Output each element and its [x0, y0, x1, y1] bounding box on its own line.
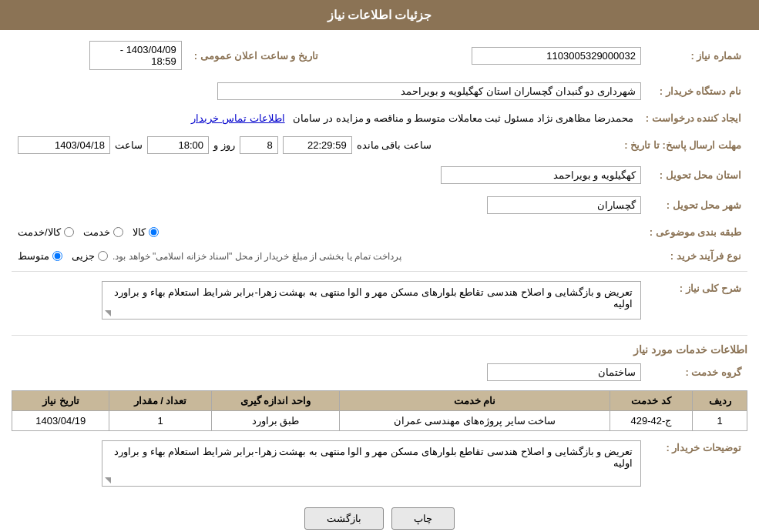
- khadamat-section-title: اطلاعات خدمات مورد نیاز: [12, 343, 747, 356]
- info-table-7: طبقه بندی موضوعی : کالا/خدمت خدمت کالا: [12, 223, 747, 241]
- cell-tedad: 1: [109, 411, 211, 431]
- noeFaraind-label: نوع فرآیند خرید :: [647, 247, 747, 265]
- mohlatErsalRow: 1403/04/18 ساعت 18:00 روز و 8 22:29:59 س…: [12, 133, 618, 157]
- tabaqe-khedmat-radio[interactable]: [113, 227, 123, 237]
- chap-button[interactable]: چاپ: [391, 507, 455, 530]
- noeFaraind-motavasset-radio[interactable]: [52, 251, 62, 261]
- info-table-goroh: گروه خدمت : ساختمان: [12, 360, 747, 384]
- taarikhoSaat-value: 1403/04/09 - 18:59: [12, 38, 188, 73]
- goroheKhedmat-label: گروه خدمت :: [647, 360, 747, 384]
- mohlat-baqi-box: 22:29:59: [283, 136, 352, 154]
- mohlatRozLabel: روز و: [213, 139, 235, 151]
- info-table-6: شهر محل تحویل : گچساران: [12, 193, 747, 217]
- page-title: جزئیات اطلاعات نیاز: [327, 8, 432, 22]
- mohlatErsalLabel: مهلت ارسال پاسخ: تا تاریخ :: [618, 133, 747, 157]
- content-area: شماره نیاز : 1103005329000032 تاریخ و سا…: [0, 30, 759, 532]
- noeFaraind-jozi-radio[interactable]: [98, 251, 108, 261]
- tozihat-value: تعریض و بازگشایی و اصلاح هندسی تقاطع بلو…: [12, 437, 647, 496]
- namDastgah-label: نام دستگاه خریدار :: [647, 79, 747, 103]
- ijadKonande-text: محمدرضا مظاهری نژاد مسئول ثبت معاملات مت…: [293, 112, 633, 124]
- cell-radif: 1: [693, 411, 747, 431]
- shomareNiaz-value: 1103005329000032: [341, 38, 647, 73]
- mohlat-saat-box: 18:00: [147, 136, 209, 154]
- noeFaraind-row: متوسط جزیی پرداخت تمام یا بخشی از مبلغ خ…: [18, 250, 641, 262]
- noeFaraind-desc: پرداخت تمام یا بخشی از مبلغ خریدار از مح…: [113, 251, 401, 262]
- sharhKolli-text: تعریض و بازگشایی و اصلاح هندسی تقاطع بلو…: [114, 286, 633, 309]
- info-table-sharhkolli: شرح کلی نیاز : تعریض و بازگشایی و اصلاح …: [12, 278, 747, 329]
- page-container: جزئیات اطلاعات نیاز شماره نیاز : 1103005…: [0, 0, 759, 532]
- tozihat-label: توضیحات خریدار :: [647, 437, 747, 496]
- noeFaraind-motavasset: متوسط: [18, 250, 62, 262]
- shahr-box: گچساران: [487, 196, 641, 214]
- separator-1: [12, 271, 747, 272]
- shomareNiaz-box: 1103005329000032: [472, 47, 641, 65]
- tozihat-text: تعریض و بازگشایی و اصلاح هندسی تقاطع بلو…: [114, 446, 633, 469]
- button-bar: چاپ بازگشت: [12, 507, 747, 530]
- col-tarikh: تاریخ نیاز: [12, 391, 109, 411]
- noeFaraind-value: متوسط جزیی پرداخت تمام یا بخشی از مبلغ خ…: [12, 247, 647, 265]
- shomareNiaz-label: شماره نیاز :: [647, 38, 747, 73]
- info-table-4: مهلت ارسال پاسخ: تا تاریخ : 1403/04/18 س…: [12, 133, 747, 157]
- col-radif: ردیف: [693, 391, 747, 411]
- namDastgah-value: شهرداری دو گنبدان گچساران استان کهگیلویه…: [12, 79, 647, 103]
- tabaqe-label: طبقه بندی موضوعی :: [643, 223, 747, 241]
- info-table-5: استان محل تحویل : کهگیلویه و بویراحمد: [12, 163, 747, 187]
- noeFaraind-motavasset-label: متوسط: [18, 250, 49, 262]
- col-namKhedmat: نام خدمت: [340, 391, 610, 411]
- table-row: 1ج-42-429ساخت سایر پروژه‌های مهندسی عمرا…: [12, 411, 747, 431]
- namDastgah-box: شهرداری دو گنبدان گچساران استان کهگیلویه…: [217, 82, 641, 100]
- tabaqe-khedmat-label: خدمت: [83, 226, 110, 238]
- col-vahed: واحد اندازه گیری: [211, 391, 340, 411]
- tabaqe-kala-khidmat-radio[interactable]: [64, 227, 74, 237]
- mohlat-roz-box: 8: [240, 136, 278, 154]
- noeFaraind-jozi: جزیی: [72, 250, 108, 262]
- tabaqe-kala-khidmat: کالا/خدمت: [18, 226, 74, 238]
- noeFaraind-jozi-label: جزیی: [72, 250, 95, 262]
- page-header: جزئیات اطلاعات نیاز: [0, 0, 759, 30]
- tabaqe-khedmat: خدمت: [83, 226, 123, 238]
- shahr-label: شهر محل تحویل :: [647, 193, 747, 217]
- goroheKhedmat-value: ساختمان: [12, 360, 647, 384]
- ostan-box: کهگیلویه و بویراحمد: [441, 166, 641, 184]
- cell-tarikh: 1403/04/19: [12, 411, 109, 431]
- col-kodKhedmat: کد خدمت: [610, 391, 693, 411]
- info-table-1: شماره نیاز : 1103005329000032 تاریخ و سا…: [12, 38, 747, 73]
- info-table-2: نام دستگاه خریدار : شهرداری دو گنبدان گچ…: [12, 79, 747, 103]
- mohlat-date-box: 1403/04/18: [18, 136, 110, 154]
- mohlatBaqiLabel: ساعت باقی مانده: [357, 139, 432, 151]
- cell-kodKhedmat: ج-42-429: [610, 411, 693, 431]
- sharhKolli-box: تعریض و بازگشایی و اصلاح هندسی تقاطع بلو…: [102, 281, 641, 320]
- sharhKolli-label: شرح کلی نیاز :: [647, 278, 747, 329]
- shahr-value: گچساران: [12, 193, 647, 217]
- ostan-value: کهگیلویه و بویراحمد: [12, 163, 647, 187]
- info-table-8: نوع فرآیند خرید : متوسط جزیی: [12, 247, 747, 265]
- noeFaraind-radio-group: متوسط جزیی: [18, 250, 108, 262]
- bazgasht-button[interactable]: بازگشت: [304, 507, 384, 530]
- col-tedad: تعداد / مقدار: [109, 391, 211, 411]
- tozihat-box: تعریض و بازگشایی و اصلاح هندسی تقاطع بلو…: [102, 440, 641, 487]
- tabaqe-kala-khidmat-label: کالا/خدمت: [18, 226, 61, 238]
- ijadKonande-value: محمدرضا مظاهری نژاد مسئول ثبت معاملات مت…: [12, 109, 640, 127]
- tabaqe-value: کالا/خدمت خدمت کالا: [12, 223, 643, 241]
- sharhKolli-value: تعریض و بازگشایی و اصلاح هندسی تقاطع بلو…: [12, 278, 647, 329]
- services-table: ردیف کد خدمت نام خدمت واحد اندازه گیری ت…: [12, 390, 747, 431]
- ostan-label: استان محل تحویل :: [647, 163, 747, 187]
- separator-2: [12, 335, 747, 336]
- taarikhoSaat-box: 1403/04/09 - 18:59: [89, 41, 182, 70]
- ijadKonande-label: ایجاد کننده درخواست :: [640, 109, 747, 127]
- cell-namKhedmat: ساخت سایر پروژه‌های مهندسی عمران: [340, 411, 610, 431]
- cell-vahed: طبق براورد: [211, 411, 340, 431]
- mohlatSaatLabel: ساعت: [115, 139, 143, 151]
- tabaqe-radio-group: کالا/خدمت خدمت کالا: [18, 226, 637, 238]
- taarikhoSaat-label: تاریخ و ساعت اعلان عمومی :: [188, 38, 341, 73]
- goroheKhedmat-box: ساختمان: [487, 363, 641, 381]
- tabaqe-kala: کالا: [133, 226, 159, 238]
- ijadKonande-link[interactable]: اطلاعات تماس خریدار: [191, 112, 284, 124]
- mohlat-row-flex: 1403/04/18 ساعت 18:00 روز و 8 22:29:59 س…: [18, 136, 612, 154]
- info-table-3: ایجاد کننده درخواست : محمدرضا مظاهری نژا…: [12, 109, 747, 127]
- tabaqe-kala-label: کالا: [133, 226, 146, 238]
- info-table-tozihat: توضیحات خریدار : تعریض و بازگشایی و اصلا…: [12, 437, 747, 496]
- tabaqe-kala-radio[interactable]: [149, 227, 159, 237]
